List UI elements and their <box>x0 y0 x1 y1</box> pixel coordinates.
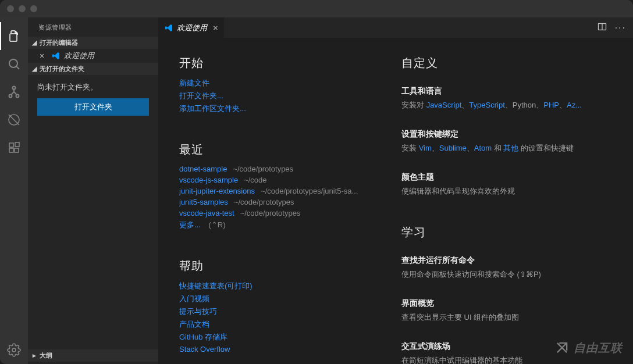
close-icon[interactable]: × <box>40 51 48 60</box>
section-label: 大纲 <box>40 351 52 360</box>
recent-item[interactable]: vscode-java-test~/code/prototypes <box>179 209 390 217</box>
help-link[interactable]: GitHub 存储库 <box>179 333 227 341</box>
keymap-vim-link[interactable]: Vim <box>419 144 432 152</box>
open-editor-item[interactable]: × 欢迎使用 <box>28 49 158 63</box>
section-label: 打开的编辑器 <box>40 38 78 47</box>
recent-item[interactable]: junit5-samples~/code/prototypes <box>179 198 390 206</box>
recent-item[interactable]: junit-jupiter-extensions~/code/prototype… <box>179 187 390 195</box>
extensions-icon[interactable] <box>0 134 28 162</box>
svg-point-1 <box>9 59 17 67</box>
help-link[interactable]: 入门视频 <box>179 294 209 303</box>
help-header: 帮助 <box>179 258 390 274</box>
recent-name[interactable]: dotnet-sample <box>179 165 227 173</box>
split-editor-icon[interactable] <box>598 22 607 33</box>
outline-header[interactable]: ▸ 大纲 <box>28 349 158 362</box>
recent-more-link[interactable]: 更多... <box>179 220 201 229</box>
learn-playground-title: 交互式演练场 <box>401 341 612 352</box>
recent-path: ~/code/prototypes/junit5-sa... <box>261 187 358 195</box>
titlebar <box>0 0 633 17</box>
recent-path: ~/code/prototypes <box>233 165 293 173</box>
recent-name[interactable]: junit-jupiter-extensions <box>179 187 255 195</box>
svg-rect-0 <box>10 34 17 41</box>
vscode-file-icon <box>164 23 173 33</box>
theme-desc: 使编辑器和代码呈现你喜欢的外观 <box>401 186 612 197</box>
open-editor-label: 欢迎使用 <box>64 51 94 61</box>
svg-point-3 <box>13 87 16 90</box>
tools-lang-desc: 安装对 JavaScript、TypeScript、Python、PHP、Az.… <box>401 100 612 110</box>
recent-header: 最近 <box>179 142 390 158</box>
new-file-link[interactable]: 新建文件 <box>179 78 209 87</box>
recent-name[interactable]: vscode-js-sample <box>179 176 238 184</box>
lang-js-link[interactable]: JavaScript <box>426 101 462 109</box>
lang-ts-link[interactable]: TypeScript <box>469 101 504 109</box>
help-link[interactable]: Stack Overflow <box>179 345 230 354</box>
lang-php-link[interactable]: PHP <box>543 101 559 109</box>
svg-rect-11 <box>15 142 19 147</box>
traffic-minimize[interactable] <box>19 5 26 12</box>
tools-lang-title: 工具和语言 <box>401 86 612 97</box>
traffic-close[interactable] <box>7 5 14 12</box>
learn-header: 学习 <box>401 224 612 240</box>
lang-az-link[interactable]: Az... <box>567 101 582 109</box>
tab-bar: 欢迎使用 × ··· <box>158 17 633 38</box>
more-actions-icon[interactable]: ··· <box>615 23 626 33</box>
traffic-zoom[interactable] <box>30 5 37 12</box>
tab-label: 欢迎使用 <box>177 23 207 33</box>
help-link[interactable]: 提示与技巧 <box>179 307 217 316</box>
chevron-down-icon: ◢ <box>30 65 38 73</box>
sidebar-title: 资源管理器 <box>28 17 158 37</box>
welcome-page: 开始 新建文件 打开文件夹... 添加工作区文件夹... 最近 dotnet-s… <box>158 38 633 364</box>
section-label: 无打开的文件夹 <box>40 65 84 73</box>
keybindings-title: 设置和按键绑定 <box>401 129 612 140</box>
editor-area: 欢迎使用 × ··· 开始 新建文件 打开文件夹... <box>158 17 633 364</box>
source-control-icon[interactable] <box>0 78 28 106</box>
tab-welcome[interactable]: 欢迎使用 × <box>158 17 225 38</box>
help-link[interactable]: 快捷键速查表(可打印) <box>179 281 253 290</box>
theme-title: 颜色主题 <box>401 172 612 183</box>
chevron-down-icon: ◢ <box>30 39 38 47</box>
open-editors-header[interactable]: ◢ 打开的编辑器 <box>28 37 158 49</box>
no-folder-msg: 尚未打开文件夹。 <box>37 82 149 92</box>
recent-name[interactable]: junit5-samples <box>179 198 228 206</box>
start-header: 开始 <box>179 55 390 71</box>
vscode-file-icon <box>51 51 61 60</box>
svg-point-5 <box>16 95 19 98</box>
svg-rect-10 <box>15 148 19 152</box>
svg-line-2 <box>16 66 19 69</box>
search-icon[interactable] <box>0 50 28 78</box>
chevron-right-icon: ▸ <box>30 352 38 359</box>
activity-bar <box>0 17 28 364</box>
close-icon[interactable]: × <box>211 23 218 33</box>
recent-path: ~/code <box>244 176 266 184</box>
no-folder-header[interactable]: ◢ 无打开的文件夹 <box>28 63 158 75</box>
learn-overview-title: 界面概览 <box>401 298 612 309</box>
recent-path: ~/code/prototypes <box>240 209 301 217</box>
recent-path: ~/code/prototypes <box>234 198 294 206</box>
recent-item[interactable]: vscode-js-sample~/code <box>179 176 390 184</box>
recent-more-key: (⌃R) <box>208 220 225 229</box>
debug-icon[interactable] <box>0 106 28 134</box>
svg-point-12 <box>12 348 16 352</box>
keymap-other-link[interactable]: 其他 <box>503 144 518 152</box>
learn-cmd-title: 查找并运行所有命令 <box>401 255 612 266</box>
learn-playground-desc: 在简短演练中试用编辑器的基本功能 <box>401 355 612 364</box>
open-folder-link[interactable]: 打开文件夹... <box>179 91 223 100</box>
svg-rect-8 <box>9 143 13 147</box>
customize-header: 自定义 <box>401 55 612 71</box>
keybindings-desc: 安装 Vim、Sublime、Atom 和 其他 的设置和快捷键 <box>401 143 612 154</box>
keymap-sublime-link[interactable]: Sublime <box>439 144 467 152</box>
help-link[interactable]: 产品文档 <box>179 320 209 329</box>
learn-cmd-desc: 使用命令面板快速访问和搜索命令 (⇧⌘P) <box>401 269 612 280</box>
add-workspace-link[interactable]: 添加工作区文件夹... <box>179 104 246 113</box>
svg-point-4 <box>9 95 12 98</box>
learn-overview-desc: 查看突出显示主要 UI 组件的叠加图 <box>401 312 612 323</box>
keymap-atom-link[interactable]: Atom <box>474 144 492 152</box>
recent-item[interactable]: dotnet-sample~/code/prototypes <box>179 165 390 173</box>
recent-name[interactable]: vscode-java-test <box>179 209 234 217</box>
sidebar: 资源管理器 ◢ 打开的编辑器 × 欢迎使用 ◢ 无打开的文件夹 尚未打开文件夹。… <box>28 17 158 364</box>
svg-rect-9 <box>9 148 13 152</box>
explorer-icon[interactable] <box>0 22 28 50</box>
settings-gear-icon[interactable] <box>0 336 28 364</box>
open-folder-button[interactable]: 打开文件夹 <box>37 98 149 116</box>
